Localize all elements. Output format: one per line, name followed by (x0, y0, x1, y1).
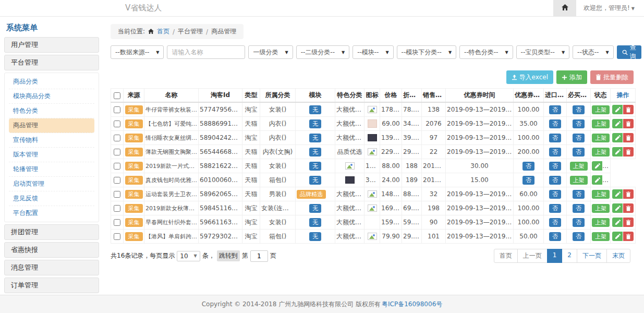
select-all-checkbox[interactable] (114, 92, 120, 99)
edit-button[interactable] (592, 161, 602, 171)
batch-delete-button[interactable]: 批量删除 (590, 70, 634, 84)
module-none-badge[interactable]: 无 (309, 162, 321, 171)
status-badge[interactable]: 上架 (592, 204, 610, 213)
sidebar-subitem[interactable]: 意见反馈 (9, 191, 94, 206)
module-none-badge[interactable]: 无 (309, 204, 321, 213)
import-select-toggle[interactable]: 否 (549, 134, 561, 142)
row-checkbox[interactable] (114, 163, 120, 170)
module-none-badge[interactable]: 无 (309, 119, 321, 128)
module-none-badge[interactable]: 无 (309, 148, 321, 156)
page-button[interactable]: 下一页 (577, 249, 607, 263)
sidebar-subitem[interactable]: 模块商品分类 (9, 89, 94, 104)
must-buy-toggle[interactable]: 否 (549, 176, 561, 185)
sidebar-item[interactable]: 拼团管理 (4, 224, 99, 240)
row-checkbox[interactable] (114, 219, 120, 226)
sidebar-subitem[interactable]: 平台配置 (9, 206, 94, 220)
status-badge[interactable]: 上架 (592, 218, 610, 227)
edit-button[interactable] (612, 232, 623, 241)
edit-button[interactable] (592, 175, 602, 185)
row-checkbox[interactable] (114, 135, 120, 141)
delete-button[interactable] (623, 133, 634, 142)
filter-select[interactable]: --二级分类--▼ (296, 45, 349, 59)
module-badge[interactable]: 品牌精选 (297, 190, 326, 199)
row-checkbox[interactable] (114, 177, 120, 184)
page-size-select[interactable]: 10▼ (177, 251, 200, 261)
status-badge[interactable]: 上架 (592, 105, 610, 114)
must-buy-toggle[interactable]: 否 (573, 190, 585, 199)
home-nav-button[interactable] (553, 0, 576, 17)
module-none-badge[interactable]: 无 (309, 105, 321, 114)
must-buy-toggle[interactable]: 否 (573, 148, 585, 156)
sidebar-item[interactable]: 消息管理 (4, 260, 99, 275)
edit-button[interactable] (612, 133, 623, 142)
edit-button[interactable] (612, 105, 623, 114)
page-button[interactable]: 末页 (606, 249, 630, 263)
row-checkbox[interactable] (114, 106, 120, 113)
status-badge[interactable]: 上架 (592, 232, 610, 241)
status-badge[interactable]: 上架 (570, 162, 588, 171)
page-button[interactable]: 首页 (494, 249, 518, 263)
status-badge[interactable]: 上架 (592, 148, 610, 156)
sidebar-subitem[interactable]: 商品分类 (9, 75, 94, 89)
delete-button[interactable] (623, 105, 634, 114)
must-buy-toggle[interactable]: 否 (573, 218, 585, 227)
module-none-badge[interactable]: 无 (309, 134, 321, 142)
delete-button[interactable] (623, 203, 634, 213)
page-button[interactable]: 1 (547, 249, 563, 263)
delete-button[interactable] (623, 189, 634, 199)
import-select-toggle[interactable]: 否 (549, 232, 561, 241)
page-button[interactable]: 2 (562, 249, 577, 263)
search-input[interactable] (167, 45, 245, 59)
filter-select[interactable]: --模块下分类--▼ (397, 45, 456, 59)
import-select-toggle[interactable]: 否 (549, 119, 561, 128)
sidebar-item-platform-management[interactable]: 平台管理 (4, 55, 99, 70)
import-select-toggle[interactable]: 否 (549, 148, 561, 156)
import-excel-button[interactable]: 导入excel (506, 70, 553, 84)
sidebar-subitem[interactable]: 轮播管理 (9, 162, 94, 177)
jump-page-input[interactable] (250, 250, 268, 262)
filter-select[interactable]: --模块--▼ (353, 45, 393, 59)
icp-link[interactable]: 粤ICP备16098006号 (382, 300, 442, 309)
status-badge[interactable]: 上架 (570, 176, 588, 185)
add-button[interactable]: 添加 (556, 70, 587, 84)
delete-button[interactable] (623, 232, 634, 241)
delete-button[interactable] (623, 218, 634, 227)
module-none-badge[interactable]: 无 (309, 176, 321, 185)
edit-button[interactable] (612, 218, 623, 227)
sidebar-item-user-management[interactable]: 用户管理 (4, 37, 99, 53)
edit-button[interactable] (612, 119, 623, 128)
import-select-toggle[interactable]: 否 (523, 162, 534, 171)
must-buy-toggle[interactable]: 否 (573, 134, 585, 142)
filter-select[interactable]: 一级分类▼ (248, 45, 293, 59)
import-select-toggle[interactable]: 否 (523, 176, 534, 185)
edit-button[interactable] (612, 189, 623, 199)
status-badge[interactable]: 上架 (592, 134, 610, 142)
sidebar-subitem[interactable]: 商品管理 (9, 118, 94, 133)
must-buy-toggle[interactable]: 否 (573, 232, 585, 241)
import-select-toggle[interactable]: 否 (549, 204, 561, 213)
must-buy-toggle[interactable]: 否 (549, 162, 561, 171)
must-buy-toggle[interactable]: 否 (573, 105, 585, 114)
delete-button[interactable] (623, 147, 634, 156)
data-source-select[interactable]: --数据来源--▼ (111, 45, 164, 59)
edit-button[interactable] (612, 203, 623, 213)
sidebar-subitem[interactable]: 特色分类 (9, 104, 94, 118)
breadcrumb-home-link[interactable]: 首页 (157, 27, 169, 36)
row-checkbox[interactable] (114, 149, 120, 155)
must-buy-toggle[interactable]: 否 (573, 119, 585, 128)
edit-button[interactable] (612, 147, 623, 156)
module-none-badge[interactable]: 无 (309, 218, 321, 227)
row-checkbox[interactable] (114, 205, 120, 212)
row-checkbox[interactable] (114, 233, 120, 240)
filter-select[interactable]: --特色分类--▼ (459, 45, 513, 59)
import-select-toggle[interactable]: 否 (549, 218, 561, 227)
status-badge[interactable]: 上架 (592, 190, 610, 199)
module-none-badge[interactable]: 无 (309, 232, 321, 241)
import-select-toggle[interactable]: 否 (549, 105, 561, 114)
sidebar-item[interactable]: 省惠快报 (4, 242, 99, 258)
delete-button[interactable] (623, 119, 634, 128)
must-buy-toggle[interactable]: 否 (573, 204, 585, 213)
row-checkbox[interactable] (114, 191, 120, 198)
filter-select[interactable]: --状态--▼ (573, 45, 613, 59)
page-button[interactable]: 上一页 (517, 249, 548, 263)
